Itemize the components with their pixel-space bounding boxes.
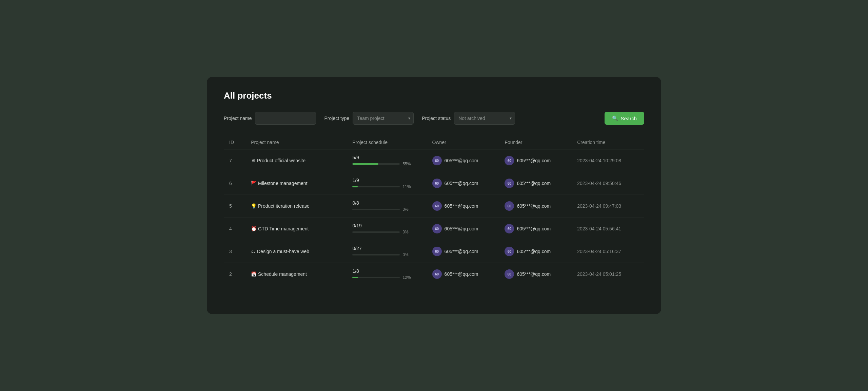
filter-row: Project name Project type Team project P… [224,112,644,125]
founder-email: 605***@qq.com [517,158,551,163]
owner-user-cell: 60 605***@qq.com [432,269,494,279]
progress-row: 12% [352,275,421,280]
col-header-name: Project name [245,136,347,149]
founder-avatar: 60 [505,179,514,188]
progress-pct: 0% [402,252,408,257]
progress-bar-bg [352,163,400,165]
owner-avatar: 60 [432,156,442,165]
cell-founder: 60 605***@qq.com [499,149,572,172]
project-name-label: Project name [224,116,252,121]
project-status-select-wrapper: Not archived [454,112,515,125]
founder-user-cell: 60 605***@qq.com [505,247,566,256]
cell-schedule: 0/27 0% [347,240,427,263]
owner-email: 605***@qq.com [445,203,478,209]
project-name-input[interactable] [255,112,316,125]
progress-row: 11% [352,184,421,189]
cell-founder: 60 605***@qq.com [499,195,572,218]
founder-avatar: 60 [505,224,514,233]
owner-email: 605***@qq.com [445,158,478,163]
founder-user-cell: 60 605***@qq.com [505,156,566,165]
founder-email: 605***@qq.com [517,249,551,254]
progress-row: 0% [352,230,421,234]
progress-row: 0% [352,207,421,212]
progress-bar-bg [352,209,400,210]
schedule-fraction: 0/27 [352,246,421,251]
cell-founder: 60 605***@qq.com [499,240,572,263]
cell-created: 2023-04-24 05:16:37 [572,240,644,263]
table-row: 7 🖥 Product official website 5/9 55% 60 [224,149,644,172]
owner-email: 605***@qq.com [445,226,478,231]
owner-email: 605***@qq.com [445,271,478,277]
cell-id: 6 [224,172,245,195]
cell-project-name: 🚩 Milestone management [245,172,347,195]
progress-pct: 11% [402,184,411,189]
cell-created: 2023-04-24 09:47:03 [572,195,644,218]
cell-owner: 60 605***@qq.com [427,263,499,286]
search-button-label: Search [620,116,637,121]
progress-row: 55% [352,162,421,166]
project-status-label: Project status [422,116,451,121]
founder-user-cell: 60 605***@qq.com [505,201,566,211]
page-title: All projects [224,90,644,101]
progress-bar-bg [352,277,400,278]
cell-schedule: 0/19 0% [347,218,427,240]
cell-founder: 60 605***@qq.com [499,263,572,286]
schedule-fraction: 1/8 [352,268,421,274]
owner-avatar: 60 [432,269,442,279]
project-type-select-wrapper: Team project [353,112,414,125]
progress-pct: 0% [402,207,408,212]
cell-created: 2023-04-24 10:29:08 [572,149,644,172]
main-panel: All projects Project name Project type T… [207,77,661,314]
founder-email: 605***@qq.com [517,203,551,209]
col-header-founder: Founder [499,136,572,149]
progress-bar-bg [352,186,400,187]
founder-user-cell: 60 605***@qq.com [505,179,566,188]
progress-bar-fill [352,277,358,278]
schedule-fraction: 1/9 [352,178,421,183]
owner-email: 605***@qq.com [445,181,478,186]
table-row: 2 📅 Schedule management 1/8 12% 60 605** [224,263,644,286]
founder-avatar: 60 [505,247,514,256]
cell-schedule: 1/9 11% [347,172,427,195]
cell-founder: 60 605***@qq.com [499,172,572,195]
founder-user-cell: 60 605***@qq.com [505,269,566,279]
owner-avatar: 60 [432,179,442,188]
cell-created: 2023-04-24 09:50:46 [572,172,644,195]
schedule-fraction: 0/19 [352,223,421,228]
schedule-fraction: 5/9 [352,155,421,160]
owner-user-cell: 60 605***@qq.com [432,179,494,188]
table-row: 5 💡 Product iteration release 0/8 0% 60 [224,195,644,218]
founder-email: 605***@qq.com [517,271,551,277]
progress-row: 0% [352,252,421,257]
table-header: ID Project name Project schedule Owner F… [224,136,644,149]
cell-owner: 60 605***@qq.com [427,240,499,263]
founder-user-cell: 60 605***@qq.com [505,224,566,233]
project-status-select[interactable]: Not archived [454,112,515,125]
project-status-filter-group: Project status Not archived [422,112,515,125]
projects-table: ID Project name Project schedule Owner F… [224,136,644,285]
cell-project-name: 🗂 Design a must-have web [245,240,347,263]
cell-id: 5 [224,195,245,218]
project-type-filter-group: Project type Team project [324,112,414,125]
owner-avatar: 60 [432,224,442,233]
owner-email: 605***@qq.com [445,249,478,254]
search-button[interactable]: 🔍 Search [605,112,644,125]
cell-owner: 60 605***@qq.com [427,195,499,218]
owner-user-cell: 60 605***@qq.com [432,247,494,256]
progress-pct: 0% [402,230,408,234]
founder-avatar: 60 [505,201,514,211]
progress-bar-fill [352,186,357,187]
col-header-schedule: Project schedule [347,136,427,149]
cell-founder: 60 605***@qq.com [499,218,572,240]
table-row: 6 🚩 Milestone management 1/9 11% 60 605* [224,172,644,195]
table-row: 4 ⏰ GTD Time management 0/19 0% 60 605**… [224,218,644,240]
cell-schedule: 5/9 55% [347,149,427,172]
owner-user-cell: 60 605***@qq.com [432,156,494,165]
owner-avatar: 60 [432,247,442,256]
owner-user-cell: 60 605***@qq.com [432,224,494,233]
founder-email: 605***@qq.com [517,226,551,231]
cell-id: 4 [224,218,245,240]
col-header-created: Creation time [572,136,644,149]
project-type-select[interactable]: Team project [353,112,414,125]
table-row: 3 🗂 Design a must-have web 0/27 0% 60 60 [224,240,644,263]
